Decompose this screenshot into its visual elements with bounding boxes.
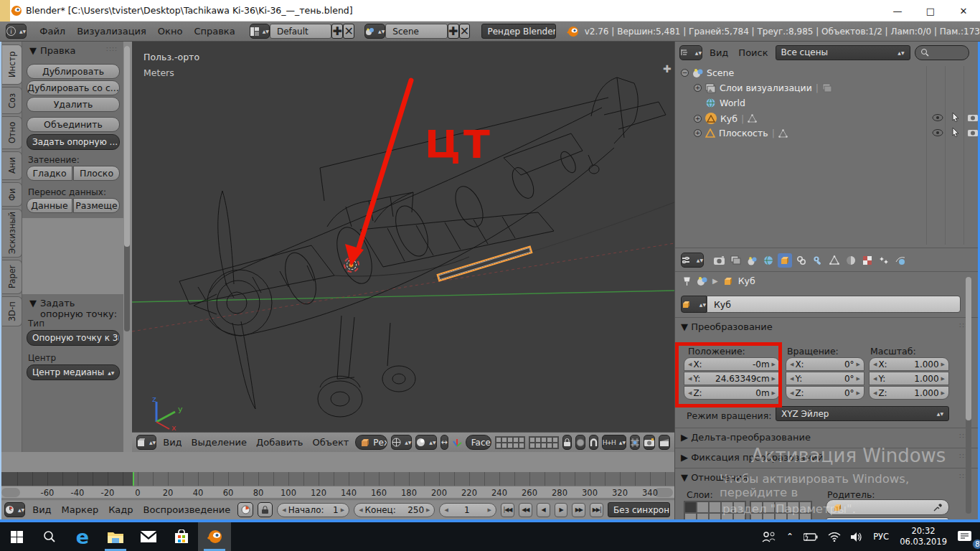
viewport-3d[interactable]: Польз.-орто Meters ✚ ЦТ z y x (1) Куб ▲▼ — [132, 42, 674, 452]
menu-render[interactable]: Визуализация — [74, 26, 149, 37]
expand-icon[interactable]: + — [694, 129, 702, 137]
duplicate-linked-button[interactable]: Дублировать со с... — [27, 80, 120, 95]
use-preview-range-button[interactable] — [237, 502, 253, 517]
tab-scene-icon[interactable] — [745, 253, 759, 268]
outliner-row-plane[interactable]: + Плоскость | — [694, 128, 788, 138]
tool-shelf-scrollbar[interactable] — [124, 46, 130, 331]
timeline-ruler[interactable]: -60-40-200204060801001201401601802002202… — [0, 486, 674, 499]
parent-field[interactable] — [826, 499, 949, 515]
layer-cell[interactable] — [507, 443, 513, 448]
tray-chevron-icon[interactable]: ⌃ — [781, 522, 798, 551]
scene-layers-grid-a[interactable] — [684, 501, 746, 519]
vp-menu-view[interactable]: Вид — [160, 437, 184, 448]
collapse-icon[interactable]: − — [681, 69, 689, 77]
layer-cell[interactable] — [750, 501, 763, 513]
layer-cell[interactable] — [763, 513, 775, 519]
tab-tools[interactable]: Инстр — [2, 44, 22, 85]
current-frame-field[interactable]: ◀1▶ — [439, 503, 496, 517]
outliner-search-input[interactable] — [915, 45, 969, 60]
proportional-edit-button[interactable]: ↔ — [440, 435, 448, 450]
expand-icon[interactable]: + — [694, 84, 702, 92]
layer-cell[interactable] — [547, 443, 552, 448]
duplicate-button[interactable]: Дублировать — [27, 64, 120, 79]
tab-render-layers-icon[interactable] — [728, 253, 743, 268]
tab-modifiers-icon[interactable] — [811, 253, 825, 268]
snap-toggle-button[interactable] — [589, 435, 598, 450]
transform-orientation-dropdown[interactable]: Face.013 ▲▼ — [466, 435, 491, 450]
center-dropdown[interactable]: Центр медианы ▲▼ — [27, 364, 120, 380]
ol-menu-view[interactable]: Вид — [707, 47, 731, 58]
menu-help[interactable]: Справка — [191, 26, 237, 37]
object-name-input[interactable]: Куб — [707, 296, 961, 313]
layer-cell[interactable] — [513, 437, 519, 443]
start-frame-field[interactable]: ◀Начало:1▶ — [277, 503, 349, 517]
start-button[interactable] — [0, 522, 33, 551]
layer-cell[interactable] — [535, 437, 541, 443]
outliner-row-scene[interactable]: − Scene — [681, 67, 734, 78]
tl-menu-playback[interactable]: Воспроизведение — [141, 504, 234, 515]
scene-field[interactable]: Scene — [385, 24, 447, 39]
editor-type-3dview-button[interactable]: ▲▼ — [136, 435, 156, 450]
tab-particles-icon[interactable] — [877, 253, 891, 268]
layers-grid-a[interactable] — [495, 436, 525, 449]
delete-button[interactable]: Удалить — [27, 97, 120, 112]
vp-menu-select[interactable]: Выделение — [189, 437, 250, 448]
scene-layers-grid-b[interactable] — [750, 501, 812, 519]
camera-restrict-icon[interactable] — [968, 113, 978, 121]
shade-smooth-button[interactable]: Гладко — [27, 166, 72, 181]
rot-x-field[interactable]: ◀X:0°▶ — [786, 357, 864, 371]
store-button[interactable] — [165, 522, 198, 551]
layer-cell[interactable] — [799, 501, 811, 513]
delta-transform-panel-header[interactable]: ▶ Дельта-преобразование:::: — [681, 432, 974, 443]
layer-cell[interactable] — [787, 513, 799, 519]
play-button[interactable]: ▶ — [555, 503, 568, 517]
layer-cell[interactable] — [787, 501, 799, 513]
opengl-anim-button[interactable] — [659, 435, 670, 450]
cursor-select-icon[interactable] — [952, 113, 959, 122]
layer-cell[interactable] — [684, 501, 697, 513]
layer-cell[interactable] — [721, 501, 733, 513]
shade-flat-button[interactable]: Плоско — [73, 166, 120, 181]
menu-window[interactable]: Окно — [155, 26, 186, 37]
eye-icon[interactable] — [932, 129, 943, 136]
menu-file[interactable]: Файл — [37, 26, 68, 37]
blender-taskbar-button[interactable] — [198, 522, 231, 551]
battery-icon[interactable] — [798, 522, 823, 551]
scale-z-field[interactable]: ◀Z:1.000▶ — [869, 386, 949, 400]
expand-icon[interactable]: + — [694, 115, 702, 123]
screen-layout-field[interactable]: Default — [270, 24, 331, 39]
wifi-icon[interactable] — [823, 522, 846, 551]
taskbar-clock[interactable]: 20:32 06.03.2019 — [894, 526, 953, 547]
rotation-mode-dropdown[interactable]: XYZ Эйлер ▲▼ — [776, 406, 949, 421]
tab-3dprint[interactable]: 3D-п — [2, 296, 22, 326]
layer-cell[interactable] — [541, 443, 547, 448]
jump-next-keyframe-button[interactable]: ▶▶ — [572, 503, 585, 517]
editor-type-timeline-button[interactable]: ▲▼ — [4, 502, 25, 517]
edge-button[interactable]: e — [66, 522, 99, 551]
current-frame-marker[interactable] — [133, 472, 134, 486]
layer-cell[interactable] — [496, 443, 501, 448]
close-button[interactable]: ✕ — [947, 0, 980, 22]
layer-cell[interactable] — [721, 513, 733, 519]
layer-cell[interactable] — [733, 501, 745, 513]
editor-type-info-button[interactable]: i ▲▼ — [6, 24, 27, 39]
join-button[interactable]: Объединить — [27, 117, 120, 132]
display-mode-dropdown[interactable]: Все сцены ▲▼ — [776, 45, 910, 60]
sync-mode-dropdown[interactable]: Без синхрониз — [608, 502, 670, 517]
scrollbar-cap-left[interactable] — [1, 488, 20, 497]
tab-relations[interactable]: Отно — [2, 116, 22, 149]
volume-icon[interactable] — [846, 522, 868, 551]
tab-paper[interactable]: Paper — [2, 260, 22, 294]
delete-layout-button[interactable]: ✕ — [343, 24, 354, 39]
tab-texture-icon[interactable] — [860, 253, 875, 268]
relations-panel-header[interactable]: ▼ Отношения:::: — [681, 472, 974, 483]
layer-cell[interactable] — [535, 443, 541, 448]
layer-cell[interactable] — [501, 443, 507, 448]
jump-to-start-button[interactable]: |◀◀ — [501, 503, 514, 517]
tab-material-icon[interactable] — [844, 253, 858, 268]
tab-world-icon[interactable] — [761, 253, 776, 268]
breadcrumb-object[interactable]: Куб — [738, 276, 755, 286]
end-frame-field[interactable]: ◀Конец:250▶ — [354, 503, 435, 517]
camera-restrict-icon[interactable] — [968, 128, 978, 136]
transform-panel-header[interactable]: ▼ Преобразование:::: — [681, 321, 974, 332]
